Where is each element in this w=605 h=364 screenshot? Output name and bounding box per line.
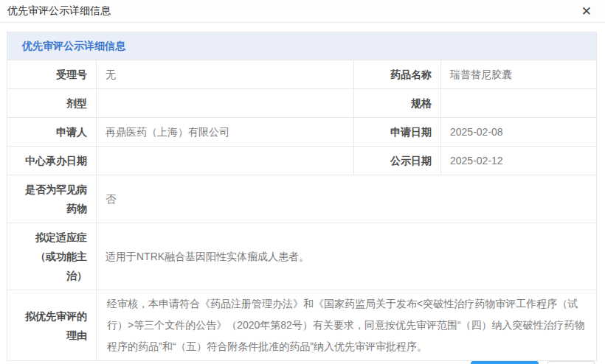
- table-row: 拟定适应症（或功能主治） 适用于NTRK融合基因阳性实体瘤成人患者。: [7, 223, 597, 290]
- table-row: 申请人 再鼎医药（上海）有限公司 申请日期 2025-02-08: [7, 118, 597, 147]
- table-row: 拟优先审评的理由 经审核，本申请符合《药品注册管理办法》和《国家药监局关于发布<…: [7, 290, 597, 361]
- table-row: 受理号 无 药品名称 瑞普替尼胶囊: [7, 60, 597, 89]
- field-label-drug-name: 药品名称: [354, 60, 441, 89]
- field-value-indication: 适用于NTRK融合基因阳性实体瘤成人患者。: [97, 223, 597, 290]
- field-label-applicant: 申请人: [7, 118, 97, 147]
- field-label-acceptance-no: 受理号: [7, 60, 97, 89]
- dialog-title: 优先审评公示详细信息: [7, 4, 111, 18]
- priority-review-detail-dialog: 优先审评公示详细信息 ✕ 优先审评公示详细信息 受理号 无 药品名称 瑞普替尼胶…: [0, 0, 605, 364]
- field-value-acceptance-no: 无: [97, 60, 354, 89]
- field-label-indication: 拟定适应症（或功能主治）: [7, 223, 97, 290]
- field-label-priority-review-reason: 拟优先审评的理由: [7, 290, 97, 361]
- field-value-specification: [441, 89, 597, 118]
- field-label-application-date: 申请日期: [354, 118, 441, 147]
- close-icon[interactable]: ✕: [578, 4, 595, 19]
- field-value-publicity-date: 2025-02-12: [441, 147, 597, 175]
- table-row: 剂型 规格: [7, 89, 597, 118]
- dialog-footer: 提交异议 取消: [0, 361, 605, 364]
- field-value-drug-name: 瑞普替尼胶囊: [441, 60, 597, 89]
- field-label-rare-disease: 是否为罕见病药物: [7, 175, 97, 223]
- field-label-specification: 规格: [354, 89, 441, 118]
- field-value-rare-disease: 否: [97, 175, 597, 223]
- submit-objection-button[interactable]: 提交异议: [471, 361, 539, 364]
- field-value-application-date: 2025-02-08: [441, 118, 597, 147]
- dialog-body: 优先审评公示详细信息 受理号 无 药品名称 瑞普替尼胶囊 剂型 规格 申请人 再…: [0, 23, 605, 361]
- field-value-dosage-form: [97, 89, 354, 118]
- field-label-center-undertake-date: 中心承办日期: [7, 147, 97, 175]
- section-header-row: 优先审评公示详细信息: [7, 32, 597, 60]
- field-value-applicant: 再鼎医药（上海）有限公司: [97, 118, 354, 147]
- dialog-titlebar: 优先审评公示详细信息 ✕: [0, 0, 605, 23]
- field-label-dosage-form: 剂型: [7, 89, 97, 118]
- detail-table: 优先审评公示详细信息 受理号 无 药品名称 瑞普替尼胶囊 剂型 规格 申请人 再…: [7, 32, 597, 361]
- cancel-button[interactable]: 取消: [547, 361, 595, 364]
- field-label-publicity-date: 公示日期: [354, 147, 441, 175]
- section-header: 优先审评公示详细信息: [7, 32, 597, 60]
- field-value-priority-review-reason: 经审核，本申请符合《药品注册管理办法》和《国家药监局关于发布<突破性治疗药物审评…: [97, 290, 597, 361]
- field-value-center-undertake-date: [97, 147, 354, 175]
- table-row: 是否为罕见病药物 否: [7, 175, 597, 223]
- table-row: 中心承办日期 公示日期 2025-02-12: [7, 147, 597, 175]
